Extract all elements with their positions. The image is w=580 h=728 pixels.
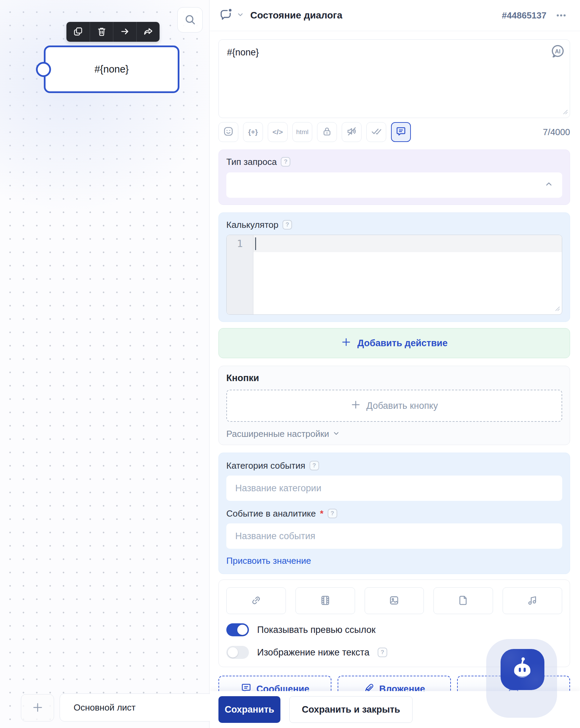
more-menu-button[interactable]: [555, 10, 567, 21]
help-icon[interactable]: ?: [281, 157, 290, 167]
save-and-close-button[interactable]: Сохранить и закрыть: [289, 696, 413, 723]
message-text-input[interactable]: #{none}: [219, 40, 570, 118]
go-to-node-button[interactable]: [113, 22, 136, 42]
plus-icon: [341, 337, 351, 350]
node-id: #44865137: [502, 10, 546, 21]
calculator-section: Калькулятор ? 1: [218, 212, 570, 322]
flow-editor-app: #{none} Основной лист: [0, 0, 580, 728]
event-category-input[interactable]: [226, 476, 562, 501]
html-mode-button[interactable]: html: [292, 122, 312, 142]
analytics-event-input[interactable]: [226, 523, 562, 549]
attach-video-button[interactable]: [295, 587, 355, 614]
help-icon[interactable]: ?: [310, 461, 319, 470]
copy-node-button[interactable]: [66, 22, 90, 42]
request-type-select[interactable]: [226, 172, 562, 198]
code-insert-button[interactable]: </>: [268, 122, 288, 142]
help-icon[interactable]: ?: [378, 648, 387, 657]
advanced-settings-toggle[interactable]: Расширенные настройки: [226, 429, 562, 439]
sound-off-icon: [346, 126, 357, 139]
assign-value-link[interactable]: Присвоить значение: [226, 556, 311, 566]
required-mark: *: [320, 508, 324, 519]
attach-document-button[interactable]: [433, 587, 493, 614]
analytics-section: Категория события ? Событие в аналитике …: [218, 453, 570, 574]
assistant-robot-button[interactable]: [501, 649, 544, 690]
protect-content-button[interactable]: [317, 122, 337, 142]
add-action-button[interactable]: Добавить действие: [218, 328, 570, 358]
advanced-settings-label: Расширенные настройки: [226, 429, 329, 439]
panel-body: #{none} AI {+} </> html: [210, 31, 580, 702]
node-label: #{none}: [94, 64, 129, 75]
attach-audio-button[interactable]: [503, 587, 562, 614]
read-receipt-button[interactable]: [366, 122, 386, 142]
event-category-label: Категория события: [226, 460, 305, 471]
help-icon[interactable]: ?: [282, 220, 292, 230]
code-area[interactable]: [253, 235, 562, 314]
link-icon: [250, 595, 262, 607]
variable-insert-button[interactable]: {+}: [243, 122, 263, 142]
plus-icon: [32, 702, 43, 714]
message-toolbar: {+} </> html: [218, 122, 570, 142]
panel-title: Состояние диалога: [250, 10, 342, 21]
node-settings-panel: Состояние диалога #44865137 #{none} AI: [210, 0, 580, 728]
image-below-toggle[interactable]: [226, 646, 249, 659]
message-bubble-icon: [395, 126, 406, 139]
share-arrow-icon: [143, 27, 153, 37]
link-preview-label: Показывать превью ссылок: [257, 625, 376, 635]
robot-icon: [509, 655, 536, 684]
ai-assistant-icon[interactable]: AI: [550, 44, 566, 61]
analytics-event-label: Событие в аналитике: [226, 508, 316, 519]
line-number-gutter: 1: [227, 235, 253, 314]
chevron-up-icon: [544, 180, 553, 190]
search-icon: [184, 13, 196, 27]
calculator-code-editor[interactable]: 1: [226, 235, 562, 315]
add-button-button[interactable]: Добавить кнопку: [226, 390, 562, 422]
attach-link-button[interactable]: [226, 587, 286, 614]
film-icon: [319, 595, 331, 607]
arrow-right-icon: [120, 27, 130, 37]
attach-image-button[interactable]: [365, 587, 424, 614]
copy-icon: [73, 27, 83, 37]
resize-handle-icon[interactable]: [555, 306, 560, 313]
silent-message-button[interactable]: [342, 122, 362, 142]
link-preview-toggle[interactable]: [226, 623, 249, 636]
buttons-section: Кнопки Добавить кнопку Расширенные настр…: [218, 366, 570, 445]
node-type-chevron-icon[interactable]: [237, 11, 244, 20]
attachment-type-row: [226, 587, 562, 614]
buttons-section-title: Кнопки: [226, 373, 562, 384]
node-toolbar: [66, 22, 160, 42]
text-caret: [255, 237, 256, 250]
add-sheet-button[interactable]: [21, 694, 54, 722]
panel-header: Состояние диалога #44865137: [210, 0, 580, 31]
request-type-label: Тип запроса: [226, 157, 277, 167]
dialog-state-icon: [219, 8, 233, 23]
image-below-label: Изображение ниже текста: [257, 647, 369, 658]
message-text-block: #{none} AI: [218, 39, 570, 118]
active-line: [253, 235, 562, 252]
trash-icon: [97, 27, 106, 37]
sheet-selector-value: Основной лист: [74, 702, 136, 713]
image-icon: [388, 595, 400, 607]
double-check-icon: [371, 126, 382, 139]
resize-handle-icon[interactable]: [563, 109, 568, 116]
delete-node-button[interactable]: [90, 22, 113, 42]
save-bar: Сохранить Сохранить и закрыть: [210, 691, 580, 728]
music-note-icon: [527, 595, 538, 607]
request-type-section: Тип запроса ?: [218, 150, 570, 205]
node-input-port[interactable]: [36, 62, 51, 77]
chevron-down-icon: [332, 429, 340, 439]
canvas-search-button[interactable]: [177, 7, 203, 32]
flow-node[interactable]: #{none}: [44, 46, 179, 93]
share-node-button[interactable]: [136, 22, 160, 42]
message-mode-button[interactable]: [391, 122, 411, 142]
save-button[interactable]: Сохранить: [218, 696, 280, 723]
svg-text:AI: AI: [555, 48, 560, 54]
document-icon: [457, 595, 469, 607]
emoji-button[interactable]: [218, 122, 238, 142]
add-button-label: Добавить кнопку: [366, 401, 438, 411]
flow-canvas[interactable]: #{none} Основной лист: [0, 0, 210, 728]
add-action-label: Добавить действие: [357, 338, 447, 349]
char-counter: 7/4000: [543, 127, 570, 138]
lock-icon: [322, 126, 332, 138]
calculator-label: Калькулятор: [226, 220, 278, 230]
help-icon[interactable]: ?: [328, 509, 337, 518]
